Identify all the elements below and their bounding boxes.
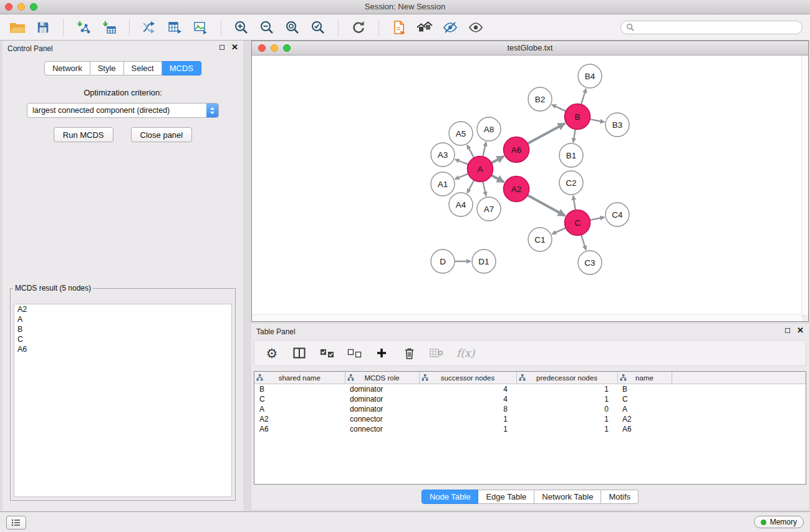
edge-A2-C[interactable] [528, 195, 565, 216]
minimize-window-button[interactable] [17, 3, 25, 11]
function-builder-button[interactable]: f(x) [456, 345, 475, 361]
network-node-A6[interactable]: A6 [504, 137, 529, 163]
edge-A-A5[interactable] [467, 145, 474, 158]
edge-A-A6[interactable] [491, 157, 504, 163]
table-row[interactable]: A6connector11A6 [254, 424, 806, 434]
network-node-C[interactable]: C [565, 210, 591, 236]
result-item[interactable]: A2 [14, 304, 231, 314]
style-visibility-button[interactable] [440, 17, 460, 37]
resize-grip[interactable] [802, 315, 808, 321]
network-node-C2[interactable]: C2 [559, 171, 583, 195]
edge-C-C3[interactable] [581, 235, 586, 250]
column-header-MCDS-role[interactable]: MCDS role [345, 372, 419, 384]
table-settings-button[interactable]: ⚙ [264, 345, 279, 361]
network-canvas[interactable]: B4B2BB3A5A8A6B1A3AC2A1A2A4A7C4CC1C3DD1 [252, 56, 808, 321]
edge-B-B1[interactable] [573, 129, 575, 142]
task-history-button[interactable] [6, 516, 26, 530]
memory-button[interactable]: Memory [754, 516, 804, 528]
network-node-C1[interactable]: C1 [528, 228, 552, 251]
network-node-B4[interactable]: B4 [578, 64, 602, 88]
column-header-successor-nodes[interactable]: successor nodes [419, 372, 516, 384]
deselect-all-rows-button[interactable] [347, 345, 362, 361]
import-table-from-file-button[interactable] [99, 17, 119, 37]
network-node-A1[interactable]: A1 [431, 172, 455, 196]
network-node-C4[interactable]: C4 [605, 203, 629, 226]
column-header-name[interactable]: name [617, 372, 672, 384]
float-panel-icon[interactable] [219, 45, 224, 50]
tab-node-table[interactable]: Node Table [422, 490, 479, 504]
save-session-button[interactable] [33, 17, 53, 37]
new-network-button[interactable] [140, 17, 160, 37]
edge-A-A2[interactable] [491, 175, 504, 182]
vertical-scrollbar[interactable] [801, 56, 808, 315]
edge-A-A4[interactable] [467, 180, 474, 193]
open-recent-file-button[interactable] [389, 17, 409, 37]
show-hide-button[interactable] [466, 17, 486, 37]
delete-columns-button[interactable] [429, 345, 444, 361]
edge-C-C4[interactable] [590, 217, 604, 220]
run-mcds-button[interactable]: Run MCDS [54, 127, 113, 142]
column-header-shared-name[interactable]: shared name [254, 372, 345, 384]
add-row-button[interactable] [374, 345, 389, 361]
close-window-button[interactable] [5, 3, 12, 11]
select-all-rows-button[interactable] [319, 345, 334, 361]
zoom-window-button[interactable] [30, 3, 37, 11]
search-box[interactable] [620, 21, 803, 34]
network-node-D[interactable]: D [431, 249, 455, 273]
network-node-A[interactable]: A [468, 157, 493, 182]
import-network-from-file-button[interactable] [74, 17, 94, 37]
edge-A6-B[interactable] [528, 123, 565, 144]
tab-network-table[interactable]: Network Table [534, 490, 601, 504]
table-row[interactable]: Bdominator41B [254, 384, 806, 395]
export-image-button[interactable] [191, 17, 211, 37]
network-node-B3[interactable]: B3 [605, 113, 629, 137]
edge-C-C2[interactable] [573, 196, 576, 210]
tab-network[interactable]: Network [44, 61, 90, 75]
close-panel-icon[interactable]: ✕ [797, 327, 804, 334]
network-node-A3[interactable]: A3 [431, 143, 455, 167]
search-input[interactable] [638, 22, 797, 32]
result-item[interactable]: A6 [14, 344, 231, 354]
zoom-fit-button[interactable] [282, 17, 302, 37]
new-table-button[interactable] [165, 17, 185, 37]
refresh-view-button[interactable] [349, 17, 369, 37]
network-node-B2[interactable]: B2 [528, 87, 552, 111]
network-close-button[interactable] [258, 44, 266, 52]
network-node-B1[interactable]: B1 [559, 143, 583, 167]
network-zoom-button[interactable] [283, 44, 291, 52]
table-row[interactable]: Cdominator41C [254, 394, 806, 404]
result-item[interactable]: B [14, 324, 231, 334]
network-node-A4[interactable]: A4 [449, 193, 473, 216]
zoom-in-button[interactable] [231, 17, 251, 37]
network-node-A8[interactable]: A8 [477, 117, 501, 141]
edge-C-C1[interactable] [552, 228, 566, 234]
table-row[interactable]: Adominator80A [254, 404, 806, 414]
tab-mcds[interactable]: MCDS [162, 61, 201, 75]
edge-A-A8[interactable] [483, 142, 486, 157]
network-node-D1[interactable]: D1 [472, 249, 496, 273]
edge-B-B4[interactable] [581, 89, 586, 104]
zoom-out-button[interactable] [257, 17, 277, 37]
open-session-button[interactable] [7, 17, 27, 37]
return-home-button[interactable] [415, 17, 435, 37]
edge-A-A3[interactable] [455, 160, 468, 165]
table-row[interactable]: A2connector11A2 [254, 414, 806, 424]
horizontal-scrollbar[interactable] [252, 314, 802, 321]
zoom-selected-button[interactable] [308, 17, 328, 37]
edge-A-A1[interactable] [455, 174, 469, 180]
tab-motifs[interactable]: Motifs [601, 490, 639, 504]
result-item[interactable]: C [14, 334, 231, 344]
edge-B-B2[interactable] [552, 105, 566, 111]
tab-style[interactable]: Style [90, 61, 124, 75]
network-node-A2[interactable]: A2 [504, 177, 529, 202]
network-node-A5[interactable]: A5 [449, 122, 473, 145]
network-minimize-button[interactable] [271, 44, 278, 52]
result-item[interactable]: A [14, 314, 231, 324]
close-panel-icon[interactable]: ✕ [231, 44, 238, 51]
edge-B-B3[interactable] [590, 119, 604, 122]
delete-rows-button[interactable] [402, 345, 417, 361]
optimization-criterion-select[interactable]: largest connected component (directed) [27, 103, 219, 118]
edge-A-A7[interactable] [483, 181, 486, 196]
close-panel-button[interactable]: Close panel [131, 127, 193, 142]
float-panel-icon[interactable] [785, 328, 790, 333]
